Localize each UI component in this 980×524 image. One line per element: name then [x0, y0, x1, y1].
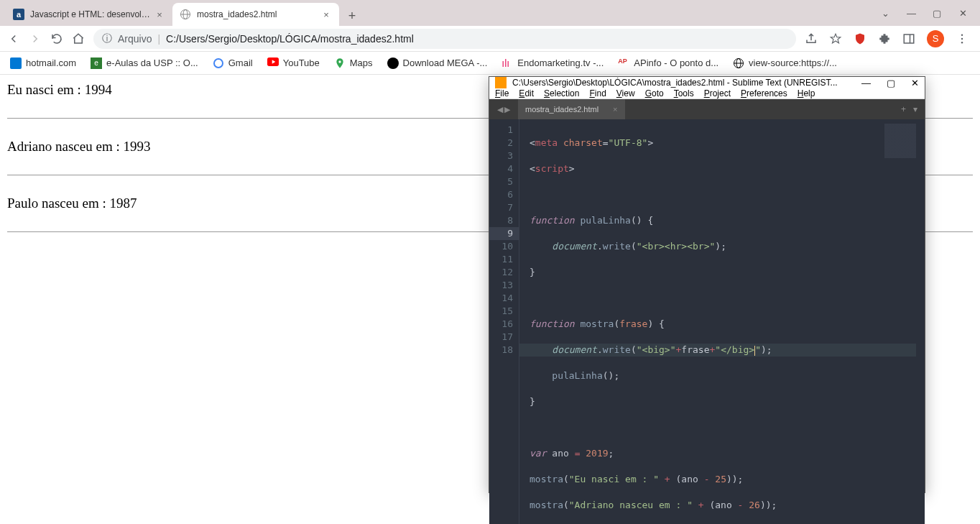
window-controls: ⌄ — ▢ ✕ — [881, 0, 980, 26]
minimize-icon[interactable]: — — [907, 8, 915, 19]
close-icon[interactable]: ✕ — [911, 78, 919, 88]
home-icon[interactable] — [72, 32, 85, 45]
tab-close-icon[interactable]: × — [320, 9, 332, 20]
globe-icon — [733, 58, 744, 69]
bookmark-item[interactable]: ılıEndomarketing.tv -... — [501, 58, 604, 69]
menu-edit[interactable]: Edit — [519, 88, 534, 98]
reload-icon[interactable] — [50, 32, 63, 45]
star-icon[interactable] — [829, 32, 842, 45]
kebab-menu-icon[interactable] — [956, 32, 969, 45]
tab-next-icon[interactable]: ▶ — [504, 105, 510, 114]
mega-icon — [387, 58, 399, 69]
code-area[interactable]: <meta charset="UTF-8"> <script> function… — [519, 119, 925, 524]
info-icon[interactable]: ⓘ — [102, 32, 112, 45]
address-bar: ⓘ Arquivo | C:/Users/Sergio/Desktop/LÓGI… — [0, 26, 980, 52]
sublime-menubar: File Edit Selection Find View Goto Tools… — [489, 88, 925, 99]
minimize-icon[interactable]: — — [861, 78, 871, 88]
menu-selection[interactable]: Selection — [544, 88, 579, 98]
bookmark-item[interactable]: ee-Aulas da USP :: O... — [91, 58, 198, 69]
sublime-window: C:\Users\Sergio\Desktop\LÓGICA\mostra_id… — [489, 76, 925, 493]
maps-icon — [334, 58, 346, 69]
apinfo-icon: AP — [618, 58, 629, 69]
tab-label: mostra_idades2.html — [197, 9, 320, 19]
bookmark-item[interactable]: view-source:https://... — [733, 58, 837, 69]
editor-scrollbar[interactable] — [916, 119, 925, 524]
profile-avatar[interactable]: S — [927, 30, 944, 47]
maximize-icon[interactable]: ▢ — [933, 8, 941, 19]
tab-close-icon[interactable]: × — [154, 9, 165, 20]
line-gutter: 123456789101112131415161718 — [489, 119, 519, 524]
address-path: C:/Users/Sergio/Desktop/LÓGICA/mostra_id… — [166, 33, 414, 45]
sublime-tab-label: mostra_idades2.html — [525, 105, 598, 114]
tab-menu-icon[interactable]: ▾ — [913, 104, 917, 114]
share-icon[interactable] — [805, 32, 818, 45]
maximize-icon[interactable]: ▢ — [887, 78, 895, 88]
bookmark-item[interactable]: Gmail — [213, 58, 253, 69]
svg-point-8 — [214, 59, 223, 68]
ublock-icon[interactable] — [854, 32, 866, 45]
bookmark-item[interactable]: hotmail.com — [10, 58, 76, 69]
sublime-tab-bar: ◀▶ mostra_idades2.html × + ▾ — [489, 99, 925, 119]
sublime-app-icon — [495, 77, 507, 88]
bookmark-bar: hotmail.com ee-Aulas da USP :: O... Gmai… — [0, 52, 980, 75]
outlook-icon — [10, 58, 22, 69]
browser-tab-strip: a Javascript e HTML: desenvolva u × most… — [0, 0, 980, 26]
forward-icon[interactable] — [29, 32, 42, 45]
address-input[interactable]: ⓘ Arquivo | C:/Users/Sergio/Desktop/LÓGI… — [93, 29, 796, 49]
close-icon[interactable]: ✕ — [958, 8, 967, 19]
browser-tab-active[interactable]: mostra_idades2.html × — [172, 3, 339, 26]
menu-view[interactable]: View — [616, 88, 635, 98]
bookmark-item[interactable]: Download MEGA -... — [387, 58, 488, 69]
minimap[interactable] — [884, 124, 920, 181]
chevron-down-icon[interactable]: ⌄ — [881, 8, 889, 19]
endo-icon: ılı — [501, 58, 513, 69]
menu-help[interactable]: Help — [798, 88, 815, 98]
extensions-icon[interactable] — [878, 32, 891, 45]
tab-favicon: a — [13, 9, 24, 20]
sublime-file-tab[interactable]: mostra_idades2.html × — [518, 99, 625, 119]
panel-icon[interactable] — [902, 32, 915, 45]
eusp-icon: e — [91, 58, 102, 69]
bookmark-item[interactable]: APAPinfo - O ponto d... — [618, 58, 718, 69]
menu-tools[interactable]: Tools — [674, 88, 694, 98]
sublime-title: C:\Users\Sergio\Desktop\LÓGICA\mostra_id… — [512, 78, 861, 88]
tab-close-icon[interactable]: × — [613, 105, 617, 114]
sublime-titlebar[interactable]: C:\Users\Sergio\Desktop\LÓGICA\mostra_id… — [489, 77, 925, 88]
youtube-icon — [267, 58, 279, 69]
address-scheme: Arquivo — [118, 33, 152, 45]
tab-add-icon[interactable]: + — [901, 104, 906, 114]
menu-file[interactable]: File — [495, 88, 509, 98]
svg-rect-3 — [904, 35, 914, 43]
menu-project[interactable]: Project — [704, 88, 731, 98]
bookmark-item[interactable]: Maps — [334, 58, 373, 69]
svg-point-10 — [338, 60, 341, 63]
new-tab-button[interactable]: + — [342, 6, 362, 26]
tab-prev-icon[interactable]: ◀ — [497, 105, 503, 114]
tab-label: Javascript e HTML: desenvolva u — [30, 9, 154, 19]
browser-tab[interactable]: a Javascript e HTML: desenvolva u × — [6, 3, 172, 26]
svg-point-5 — [961, 34, 963, 35]
back-icon[interactable] — [7, 32, 20, 45]
menu-goto[interactable]: Goto — [645, 88, 664, 98]
svg-point-6 — [961, 37, 963, 39]
menu-preferences[interactable]: Preferences — [741, 88, 787, 98]
code-editor[interactable]: 123456789101112131415161718 <meta charse… — [489, 119, 925, 524]
menu-find[interactable]: Find — [589, 88, 606, 98]
google-icon — [213, 58, 224, 69]
svg-point-7 — [961, 42, 963, 43]
bookmark-item[interactable]: YouTube — [267, 58, 320, 69]
tab-favicon — [180, 9, 191, 20]
